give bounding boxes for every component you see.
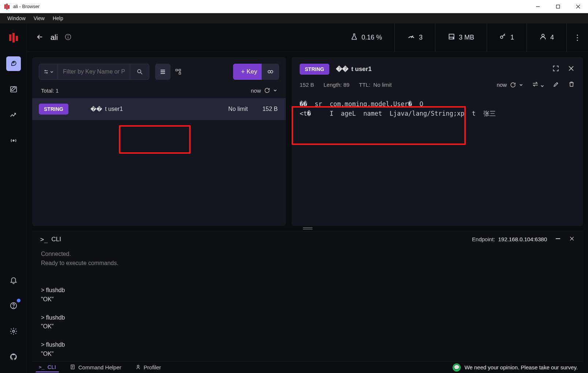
stat-keys-value: 1 [510,34,514,41]
add-key-button[interactable]: + Key [233,64,265,80]
profiler-icon [135,364,141,371]
svg-rect-2 [8,5,10,9]
svg-rect-7 [9,34,11,41]
autorefresh-now-label: now [251,87,261,94]
bottom-tab-command-helper[interactable]: Command Helper [67,363,124,372]
svg-point-18 [68,35,68,36]
info-icon[interactable] [64,33,72,42]
back-button[interactable] [36,33,44,42]
resize-handle[interactable] [27,226,588,231]
cli-minimize-button[interactable] [555,236,561,243]
svg-line-33 [141,72,142,74]
svg-rect-39 [179,72,181,74]
sidebar-github[interactable] [6,350,21,364]
filter-input[interactable] [58,64,130,80]
total-keys-label: Total: 1 [41,87,59,94]
user-icon [539,33,547,42]
window-minimize-button[interactable] [528,0,548,13]
gauge-icon [407,33,415,42]
endpoint-label: Endpoint: [472,236,495,242]
flask-icon [351,33,358,42]
svg-rect-1 [6,4,8,10]
sidebar-analysis[interactable] [6,108,21,122]
app-logo-icon [4,3,10,10]
connection-name: ali [50,33,58,42]
menubar-view[interactable]: View [30,14,48,23]
stat-clients-value: 4 [550,34,554,41]
keys-panel: + Key Total: 1 now STRING [32,57,286,226]
stat-memory-value: 3 MB [459,34,474,41]
cli-close-button[interactable] [569,236,575,243]
sidebar-browser[interactable] [6,56,21,71]
value-content[interactable]: �� sr com.moming.model.User� O <t� I age… [300,99,575,119]
svg-point-10 [13,62,14,63]
swap-button[interactable] [532,81,544,89]
svg-point-23 [577,34,578,36]
notification-dot-icon [17,299,20,302]
value-key-prefix: �� [336,66,348,73]
ttl-label: TTL: [359,82,370,88]
length-value: 89 [343,82,349,88]
value-autorefresh[interactable]: now [497,82,523,88]
filter-type-button[interactable] [39,64,58,80]
key-row[interactable]: STRING �� t user1 No limit 152 B [32,98,286,120]
list-autorefresh[interactable]: now [251,87,277,94]
key-name-prefix: �� [90,106,102,113]
bottom-bar: >_ CLI Command Helper Profiler 💬 We need… [32,361,583,373]
sidebar-settings[interactable] [6,324,21,339]
survey-banner[interactable]: 💬 We need your opinion. Please take our … [453,363,578,372]
value-key-name: t user1 [351,66,372,73]
endpoint-value: 192.168.0.104:6380 [498,236,547,242]
stat-cpu-value: 0.16 % [362,34,382,41]
svg-point-41 [270,71,273,73]
svg-rect-8 [12,33,15,42]
svg-point-26 [45,70,45,71]
document-icon [70,364,75,371]
stat-cpu: 0.16 % [338,23,394,52]
sidebar [0,23,27,373]
search-button[interactable] [130,64,149,80]
bottom-tab-profiler[interactable]: Profiler [132,363,164,372]
menubar-window[interactable]: Window [4,14,29,23]
bulk-actions-button[interactable] [262,64,279,80]
sidebar-help[interactable] [6,298,21,313]
value-panel: STRING �� t user1 152 B Length: 89 TTL: … [292,57,583,226]
value-size: 152 B [300,82,314,88]
stat-commands: 3 [394,23,435,52]
delete-key-button[interactable] [568,81,575,89]
window-maximize-button[interactable] [548,0,568,13]
key-ttl: No limit [228,106,262,112]
survey-text: We need your opinion. Please take our su… [464,364,578,370]
menubar-help[interactable]: Help [49,14,67,23]
list-view-button[interactable] [155,64,171,80]
sidebar-pubsub[interactable] [6,133,21,148]
key-icon [499,33,507,42]
bottom-tab-cli[interactable]: >_ CLI [36,362,59,372]
svg-point-21 [500,36,503,38]
value-autorefresh-label: now [497,82,507,88]
svg-point-12 [13,140,14,141]
window-title: ali - Browser [13,4,40,9]
edit-value-button[interactable] [553,81,559,89]
tree-view-button[interactable] [171,64,186,80]
disk-icon [448,33,455,42]
sidebar-notifications[interactable] [6,273,21,287]
fullscreen-button[interactable] [552,65,559,74]
chat-icon: 💬 [453,363,461,372]
prompt-icon: >_ [39,364,45,370]
svg-rect-0 [4,4,6,9]
window-close-button[interactable] [568,0,588,13]
header-more-button[interactable] [566,23,588,52]
redis-logo-icon[interactable] [6,30,21,45]
menubar: Window View Help [0,13,588,23]
window-titlebar: ali - Browser [0,0,588,13]
sidebar-workbench[interactable] [6,82,21,97]
bottom-cli-label: CLI [48,364,56,370]
svg-point-40 [268,71,270,73]
ttl-value: No limit [373,82,392,88]
svg-rect-37 [176,69,177,71]
close-value-button[interactable] [568,65,575,74]
cli-output[interactable]: Connected.Ready to execute commands. > f… [32,247,583,361]
cli-panel: >_ CLI Endpoint: 192.168.0.104:6380 Conn… [32,231,583,361]
svg-point-24 [577,37,578,38]
